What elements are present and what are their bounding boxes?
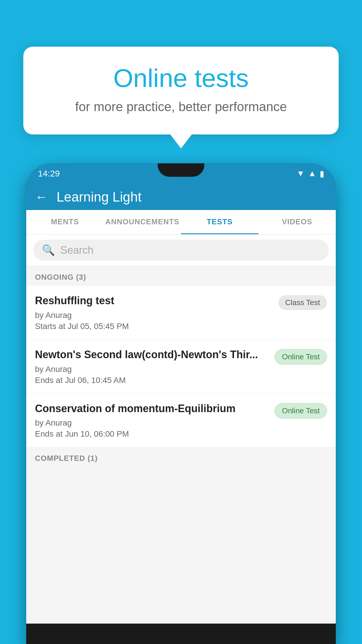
badge-reshuffling: Class Test — [278, 295, 327, 310]
test-time-newton: Ends at Jul 06, 10:45 AM — [35, 376, 269, 385]
phone-screen: 🔍 Search ONGOING (3) Reshuffling test by… — [26, 235, 336, 624]
status-time: 14:29 — [38, 169, 60, 178]
test-info-newton: Newton's Second law(contd)-Newton's Thir… — [35, 348, 269, 385]
wifi-icon: ▼ — [297, 169, 305, 178]
promo-card: Online tests for more practice, better p… — [23, 47, 339, 134]
search-placeholder: Search — [60, 244, 94, 256]
battery-icon: ▮ — [320, 169, 324, 178]
test-info-conservation: Conservation of momentum-Equilibrium by … — [35, 402, 269, 439]
tab-tests[interactable]: TESTS — [181, 210, 259, 234]
search-bar[interactable]: 🔍 Search — [33, 240, 329, 261]
test-author-reshuffling: by Anurag — [35, 311, 273, 320]
tab-ments[interactable]: MENTS — [26, 210, 104, 234]
app-header: ← Learning Light — [26, 184, 336, 210]
test-name-reshuffling: Reshuffling test — [35, 294, 273, 308]
search-bar-wrap: 🔍 Search — [26, 235, 336, 266]
phone-mockup: 14:29 ▼ ▲ ▮ ← Learning Light MENTS ANNOU… — [26, 163, 336, 644]
test-item-reshuffling[interactable]: Reshuffling test by Anurag Starts at Jul… — [26, 286, 336, 339]
status-icons: ▼ ▲ ▮ — [297, 169, 324, 178]
test-item-newton[interactable]: Newton's Second law(contd)-Newton's Thir… — [26, 340, 336, 393]
test-time-conservation: Ends at Jun 10, 06:00 PM — [35, 429, 269, 439]
ongoing-section-header: ONGOING (3) — [26, 266, 336, 286]
test-author-newton: by Anurag — [35, 365, 269, 374]
ongoing-label: ONGOING (3) — [35, 273, 86, 281]
badge-newton: Online Test — [275, 349, 327, 365]
status-bar: 14:29 ▼ ▲ ▮ — [26, 163, 336, 184]
test-name-newton: Newton's Second law(contd)-Newton's Thir… — [35, 348, 269, 362]
test-author-conservation: by Anurag — [35, 418, 269, 428]
back-button[interactable]: ← — [35, 190, 48, 203]
tab-videos[interactable]: VIDEOS — [259, 210, 336, 234]
tabs-bar: MENTS ANNOUNCEMENTS TESTS VIDEOS — [26, 210, 336, 235]
completed-section-header: COMPLETED (1) — [26, 447, 336, 467]
test-name-conservation: Conservation of momentum-Equilibrium — [35, 402, 269, 416]
tab-announcements[interactable]: ANNOUNCEMENTS — [104, 210, 181, 234]
promo-title: Online tests — [41, 64, 321, 92]
badge-conservation: Online Test — [275, 403, 327, 419]
promo-subtitle: for more practice, better performance — [41, 99, 321, 114]
notch — [158, 163, 204, 177]
signal-icon: ▲ — [308, 169, 316, 178]
test-time-reshuffling: Starts at Jul 05, 05:45 PM — [35, 322, 273, 331]
test-item-conservation[interactable]: Conservation of momentum-Equilibrium by … — [26, 394, 336, 447]
test-info-reshuffling: Reshuffling test by Anurag Starts at Jul… — [35, 294, 273, 331]
app-title: Learning Light — [57, 189, 142, 205]
completed-label: COMPLETED (1) — [35, 454, 98, 463]
search-icon: 🔍 — [42, 244, 55, 256]
